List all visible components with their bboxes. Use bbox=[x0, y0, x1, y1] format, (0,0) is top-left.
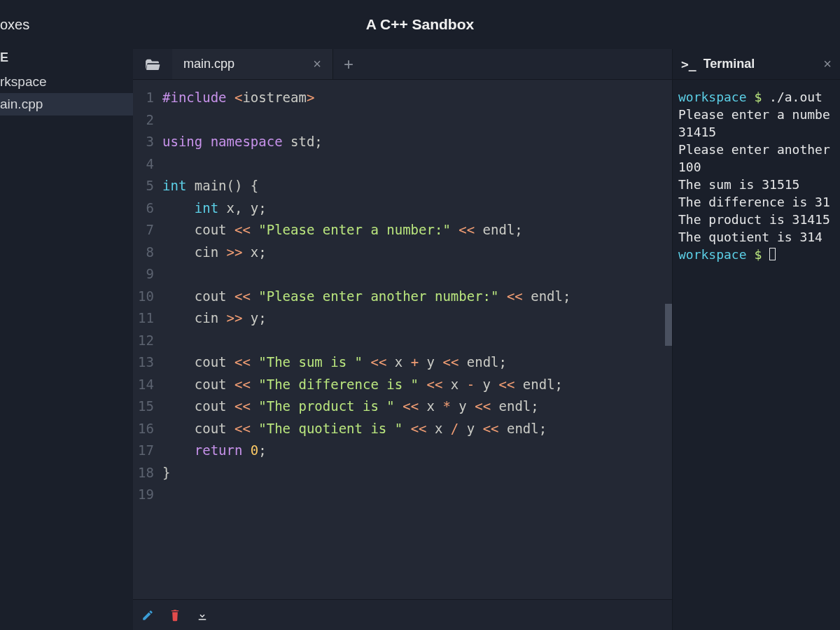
open-folder-button[interactable] bbox=[133, 49, 172, 79]
terminal-cursor bbox=[769, 248, 776, 260]
editor-area: main.cpp × + 123456789101112131415161718… bbox=[133, 49, 672, 630]
line-number-gutter: 12345678910111213141516171819 bbox=[133, 80, 160, 599]
terminal-output[interactable]: workspace $ ./a.outPlease enter a numbe3… bbox=[673, 80, 840, 630]
download-button[interactable] bbox=[196, 609, 209, 622]
pencil-icon bbox=[141, 609, 154, 622]
trash-icon bbox=[169, 609, 181, 622]
titlebar-left-truncated: oxes bbox=[0, 17, 133, 33]
tab-main-cpp[interactable]: main.cpp × bbox=[172, 49, 333, 79]
tree-folder-workspace[interactable]: rkspace bbox=[0, 71, 133, 93]
new-tab-button[interactable]: + bbox=[333, 49, 364, 79]
explorer-header: E bbox=[0, 49, 133, 71]
terminal-header: >_ Terminal × bbox=[673, 49, 840, 80]
code-content[interactable]: #include <iostream> using namespace std;… bbox=[160, 80, 672, 599]
terminal-close-button[interactable]: × bbox=[823, 56, 832, 72]
terminal-prompt-icon: >_ bbox=[681, 57, 696, 71]
code-editor[interactable]: 12345678910111213141516171819 #include <… bbox=[133, 80, 672, 599]
edit-button[interactable] bbox=[141, 609, 154, 622]
folder-open-icon bbox=[145, 58, 160, 71]
tab-bar: main.cpp × + bbox=[133, 49, 672, 80]
download-icon bbox=[196, 609, 209, 622]
titlebar: oxes A C++ Sandbox bbox=[0, 0, 840, 49]
file-explorer: E rkspace ain.cpp bbox=[0, 49, 133, 630]
page-title: A C++ Sandbox bbox=[133, 16, 707, 33]
tree-file-main-cpp[interactable]: ain.cpp bbox=[0, 93, 133, 115]
main: E rkspace ain.cpp main.cpp × + 123456789… bbox=[0, 49, 840, 630]
editor-statusbar bbox=[133, 599, 672, 630]
close-tab-button[interactable]: × bbox=[313, 56, 321, 72]
delete-button[interactable] bbox=[169, 609, 181, 622]
terminal-panel: >_ Terminal × workspace $ ./a.outPlease … bbox=[672, 49, 840, 630]
editor-scrollbar-thumb[interactable] bbox=[665, 304, 672, 346]
tab-label: main.cpp bbox=[183, 57, 234, 71]
terminal-title: Terminal bbox=[704, 57, 755, 71]
